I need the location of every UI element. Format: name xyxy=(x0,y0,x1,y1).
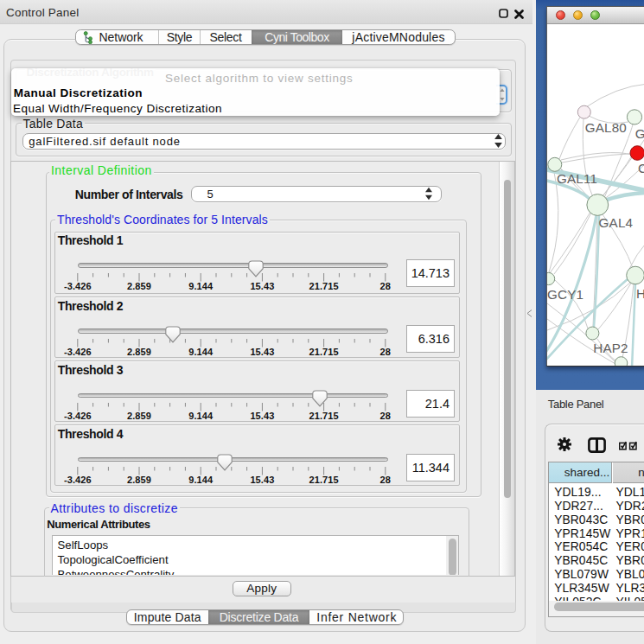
svg-text:C: C xyxy=(638,160,644,175)
svg-text:GCY1: GCY1 xyxy=(547,286,583,301)
svg-text:HAP2: HAP2 xyxy=(593,340,628,354)
svg-text:GAL11: GAL11 xyxy=(557,171,597,186)
svg-text:GAL4: GAL4 xyxy=(598,214,633,229)
svg-text:GAL80: GAL80 xyxy=(584,119,626,134)
svg-text:GA: GA xyxy=(634,126,644,141)
svg-text:H: H xyxy=(636,285,644,300)
